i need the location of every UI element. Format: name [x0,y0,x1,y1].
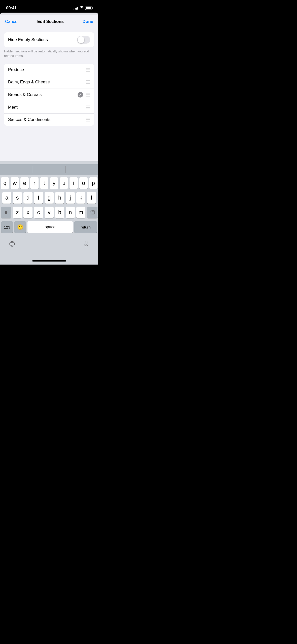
key-row-2: a s d f g h j k l [1,192,97,204]
key-o[interactable]: o [79,177,88,189]
key-row-1: q w e r t y u i o p [1,177,97,189]
key-v[interactable]: v [45,207,54,218]
suggestion-divider [33,166,33,173]
emoji-key[interactable]: 🙂 [14,221,26,233]
status-icons [74,6,92,10]
toggle-label: Hide Empty Sections [8,37,48,42]
nav-bar: Cancel Edit Sections Done [0,15,98,27]
hide-empty-sections-toggle[interactable] [77,36,90,44]
key-q[interactable]: q [1,177,9,189]
battery-icon [85,7,92,10]
key-x[interactable]: x [23,207,32,218]
section-name-input[interactable] [8,80,86,85]
hide-empty-sections-row: Hide Empty Sections [4,32,94,47]
section-name-input[interactable] [8,67,86,72]
key-d[interactable]: d [23,192,32,204]
wifi-icon [80,6,84,10]
key-b[interactable]: b [55,207,64,218]
key-h[interactable]: h [55,192,64,204]
drag-handle[interactable] [86,106,90,109]
section-row [4,101,94,114]
sheet-background [0,13,98,15]
key-t[interactable]: t [40,177,48,189]
clear-button[interactable] [78,92,83,98]
key-u[interactable]: u [60,177,68,189]
key-n[interactable]: n [66,207,75,218]
home-indicator [0,256,98,265]
keyboard: q w e r t y u i o p a s d f g h j k l [0,161,98,265]
numbers-key[interactable]: 123 [1,221,13,233]
key-e[interactable]: e [20,177,29,189]
section-name-input[interactable] [8,117,86,122]
key-j[interactable]: j [66,192,75,204]
key-p[interactable]: p [89,177,97,189]
section-name-input[interactable] [8,105,86,110]
suggestion-divider [65,166,65,173]
shift-key[interactable] [1,207,11,218]
section-row-editing [4,88,94,101]
key-c[interactable]: c [34,207,43,218]
done-button[interactable]: Done [82,19,93,24]
keyboard-bottom-bar [0,236,98,256]
space-key[interactable]: space [27,221,73,233]
status-bar: 09:41 [0,0,98,13]
helper-text: Hidden sections will be automatically sh… [4,49,94,58]
key-m[interactable]: m [76,207,85,218]
drag-handle[interactable] [86,93,90,96]
globe-icon[interactable] [8,240,16,248]
key-r[interactable]: r [30,177,39,189]
suggestion-item[interactable] [1,164,32,175]
key-i[interactable]: i [70,177,78,189]
section-row [4,114,94,126]
keyboard-suggestions [0,164,98,175]
key-z[interactable]: z [13,207,22,218]
key-g[interactable]: g [45,192,54,204]
key-f[interactable]: f [34,192,43,204]
key-a[interactable]: a [2,192,11,204]
key-row-4: 123 🙂 space return [1,221,97,233]
key-s[interactable]: s [13,192,22,204]
drag-handle[interactable] [86,118,90,121]
section-row [4,76,94,88]
section-row [4,64,94,76]
cancel-button[interactable]: Cancel [5,19,18,24]
key-w[interactable]: w [11,177,19,189]
suggestion-item[interactable] [34,164,65,175]
suggestion-item[interactable] [66,164,97,175]
home-bar [32,260,66,262]
section-name-input-active[interactable] [8,92,78,97]
drag-handle[interactable] [86,68,90,72]
drag-handle[interactable] [86,80,90,84]
status-time: 09:41 [6,6,17,11]
key-l[interactable]: l [87,192,96,204]
key-k[interactable]: k [76,192,85,204]
sections-list [4,64,94,126]
signal-icon [74,7,78,10]
delete-key[interactable] [87,207,97,218]
key-y[interactable]: y [50,177,58,189]
microphone-icon[interactable] [82,240,90,248]
page-title: Edit Sections [37,19,64,24]
toggle-thumb [78,36,84,43]
keyboard-rows: q w e r t y u i o p a s d f g h j k l [0,175,98,233]
svg-rect-7 [85,241,87,244]
main-content: Cancel Edit Sections Done Hide Empty Sec… [0,15,98,161]
return-key[interactable]: return [74,221,97,233]
key-row-3: z x c v b n m [1,207,97,218]
